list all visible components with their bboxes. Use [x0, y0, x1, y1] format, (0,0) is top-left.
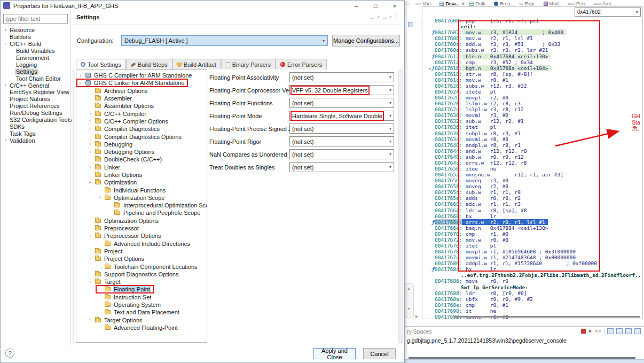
- asm-line[interactable]: 0041765e:adds r0, r0, r2: [422, 195, 642, 201]
- tool-tree-item-preprocessor-options[interactable]: ›Preprocessor Options: [76, 232, 207, 240]
- tool-tree-item-advanced-floating-point[interactable]: Advanced Floating-Point: [76, 324, 207, 331]
- disassembly-address-combo[interactable]: 0x417602 ▾: [575, 7, 641, 17]
- tool-tree-item-project-options[interactable]: ›Project Options: [76, 255, 207, 262]
- asm-line[interactable]: 00417672:mov.w r0, #0: [422, 237, 642, 243]
- asm-line[interactable]: 0041760e:subs.w r3, r3, r2, lsr #21: [422, 47, 642, 53]
- floating-point-mode-select[interactable]: Hardware Single, Software Double▾: [289, 111, 394, 121]
- asm-line[interactable]: 00417638:subpl.w r8, r3, #1: [422, 130, 642, 136]
- asm-line[interactable]: 00417652:mvnsne.w r12, r1, asr #31: [422, 172, 642, 177]
- tool-tree-item-advanced-include-directories[interactable]: Advanced Include Directories: [76, 240, 207, 248]
- help-button[interactable]: ?: [5, 349, 14, 358]
- scroll-up-icon[interactable]: ▲: [407, 287, 411, 290]
- tool-tree-item-compiler-diagnostics[interactable]: ›Compiler Diagnostics: [76, 125, 207, 133]
- asm-line[interactable]: 00417626:movpl r2, #0: [422, 95, 642, 101]
- asm-line[interactable]: ƒ00417612:ble.n 0x417684 <ceil+130>: [422, 53, 642, 59]
- tab-binary-parsers[interactable]: Binary Parsers: [221, 59, 276, 69]
- tool-tree-item-c-c-compiler[interactable]: ›C/C++ Compiler: [76, 110, 207, 117]
- breakpoint-icon[interactable]: ƒ: [422, 53, 435, 59]
- asm-line[interactable]: 00417636:itet pl: [422, 124, 642, 130]
- close-icon[interactable]: ×: [462, 1, 465, 6]
- sidebar-item-resource[interactable]: ›Resource: [1, 27, 70, 34]
- remove-launch-icon[interactable]: ×: [588, 328, 592, 334]
- chevron-expanded-icon[interactable]: ›: [3, 41, 8, 47]
- scroll-lock-icon[interactable]: [616, 328, 623, 334]
- tool-tree-item-debugging[interactable]: ›Debugging: [76, 141, 207, 148]
- minimize-icon[interactable]: –: [347, 1, 366, 11]
- sidebar-item-c-c-general[interactable]: ›C/C++ General: [1, 82, 70, 89]
- asm-line[interactable]: 00417658:moveq r2, #0: [422, 183, 642, 189]
- asm-line[interactable]: 00417614:cmp r3, #52 ; 0x34: [422, 59, 642, 65]
- asm-line[interactable]: ▶ƒ00417616:bgt.n 0x41766a <ceil+104>: [422, 65, 642, 71]
- asm-line[interactable]: 0041767c:movmi.w r1, #2147483648 ; 0x800…: [422, 254, 642, 260]
- tool-tree-item-debugging-options[interactable]: ›Debugging Options: [76, 148, 207, 156]
- view-menu-icon[interactable]: ⋮: [394, 13, 399, 20]
- asm-line[interactable]: 00417688:ldr r0, [r0, #0]: [422, 290, 642, 296]
- asm-line[interactable]: 0041764c:orrs.w r12, r12, r8: [422, 160, 642, 166]
- remove-all-terminated-icon[interactable]: ××: [594, 328, 601, 334]
- chevron-collapsed-icon[interactable]: ›: [87, 142, 93, 146]
- tool-tree-item-project[interactable]: Project: [76, 248, 207, 255]
- tool-tree-item-pipeline-and-peephole-scope[interactable]: Pipeline and Peephole Scope: [76, 209, 207, 217]
- clear-console-icon[interactable]: [607, 328, 614, 334]
- asm-line[interactable]: 00417640:andpl.w r8, r8, r1: [422, 142, 642, 148]
- tool-tree-item-optimization[interactable]: ›Optimization: [76, 179, 207, 186]
- asm-line[interactable]: 0041763c:movmi.w r8, #0: [422, 136, 642, 142]
- asm-line[interactable]: 00417644:and.w r12, r12, r0: [422, 148, 642, 154]
- close-icon[interactable]: ×: [385, 1, 404, 11]
- chevron-collapsed-icon[interactable]: ›: [87, 150, 93, 155]
- dialog-titlebar[interactable]: Properties for FlexEvan_IFB_APP_GHS – □ …: [1, 1, 404, 11]
- configuration-select[interactable]: Debug_FLASH [ Active ] ▾: [121, 35, 328, 46]
- back-icon[interactable]: ←: [370, 14, 375, 20]
- pin-console-icon[interactable]: [625, 328, 632, 334]
- sidebar-item-embsys-register-view[interactable]: EmbSys Register View: [1, 89, 70, 96]
- minimize-view-icon[interactable]: [408, 22, 413, 27]
- chevron-collapsed-icon[interactable]: ›: [77, 73, 83, 78]
- asm-line[interactable]: 00417628:lslmi.w r2, r8, r3: [422, 101, 642, 106]
- floating-point-precise-signed-zero-select[interactable]: (not set)▾: [289, 123, 394, 134]
- treat-doubles-as-singles-select[interactable]: (not set)▾: [289, 162, 394, 172]
- scroll-down-icon[interactable]: ▼: [407, 307, 411, 311]
- tab-build-artifact[interactable]: Build Artifact: [172, 59, 221, 69]
- scroll-right-icon[interactable]: ▶: [415, 314, 418, 319]
- tool-tree-item-instruction-set[interactable]: Instruction Set: [76, 294, 207, 301]
- tool-tree-item-text-and-data-placement[interactable]: Text and Data Placement: [76, 308, 207, 316]
- back-menu-icon[interactable]: ▾: [378, 15, 380, 19]
- chevron-expanded-icon[interactable]: ›: [78, 80, 83, 86]
- floating-point-functions-select[interactable]: (not set)▾: [289, 98, 394, 108]
- asm-line[interactable]: 0041766e:beq.n 0x417684 <ceil+130>: [422, 225, 642, 231]
- tool-tree-item-toolchain-component-locations[interactable]: Toolchain Component Locations: [76, 262, 207, 270]
- asm-line[interactable]: 00417606:mov.w r2, r1, lsl #1: [422, 35, 642, 41]
- asm-line[interactable]: 00417630:movmi r3, #0: [422, 112, 642, 118]
- chevron-collapsed-icon[interactable]: ›: [3, 83, 9, 88]
- tool-tree-item-floating-point[interactable]: Floating-Point: [76, 285, 207, 293]
- asm-line[interactable]: 00417664:ldr.w r8, [sp], #8: [422, 207, 642, 213]
- tool-tree-item-doublecheck-c-c[interactable]: DoubleCheck (C/C++): [76, 156, 207, 163]
- asm-line[interactable]: 00417680:addpl.w r1, r1, #15728640 ; 0xf…: [422, 260, 642, 266]
- terminate-icon[interactable]: [581, 329, 586, 334]
- asm-line[interactable]: 00417690:it ne: [422, 308, 642, 314]
- tool-tree-item-optimization-scope[interactable]: ›Optimization Scope: [76, 194, 207, 202]
- tool-tree-item-support-diagnostics-options[interactable]: Support Diagnostics Options: [76, 271, 207, 278]
- breakpoint-icon[interactable]: ƒ: [422, 219, 435, 225]
- breakpoint-icon[interactable]: ƒ: [422, 266, 435, 272]
- sidebar-item-settings[interactable]: Settings: [1, 68, 70, 75]
- view-tab-vari[interactable]: (x)=Vari...: [415, 1, 435, 6]
- chevron-collapsed-icon[interactable]: ›: [87, 127, 93, 132]
- settings-left-scrollbar[interactable]: [72, 69, 75, 344]
- tool-tree-item-ghs-c-linker-for-arm-standalone[interactable]: ›GHS C Linker for ARM Standalone: [76, 79, 207, 87]
- view-tab-disa[interactable]: Disa...×: [439, 1, 465, 6]
- asm-line[interactable]: 00417600:pop {r5, r6, r7, pc}: [422, 18, 642, 24]
- cancel-button[interactable]: Cancel: [363, 348, 396, 359]
- chevron-expanded-icon[interactable]: ›: [88, 256, 92, 262]
- nan-compares-as-unordered-select[interactable]: (not set)▾: [289, 149, 394, 159]
- asm-line[interactable]: 00417660:adc.w r1, r1, r3: [422, 201, 642, 207]
- sidebar-item-s32-configuration-tools[interactable]: S32 Configuration Tools: [1, 117, 70, 123]
- tool-tree-item-c-c-compiler-options[interactable]: ›C/C++ Compiler Options: [76, 118, 207, 125]
- chevron-expanded-icon[interactable]: ›: [88, 279, 92, 285]
- tool-tree-item-compiler-diagnostics-options[interactable]: Compiler Diagnostics Options: [76, 133, 207, 140]
- breakpoint-icon[interactable]: ƒ: [422, 29, 435, 35]
- sidebar-item-build-variables[interactable]: Build Variables: [1, 48, 70, 55]
- apply-and-close-button[interactable]: Apply and Close: [313, 348, 356, 359]
- filter-input[interactable]: [3, 14, 68, 24]
- asm-line[interactable]: 00417624:itete pl: [422, 89, 642, 95]
